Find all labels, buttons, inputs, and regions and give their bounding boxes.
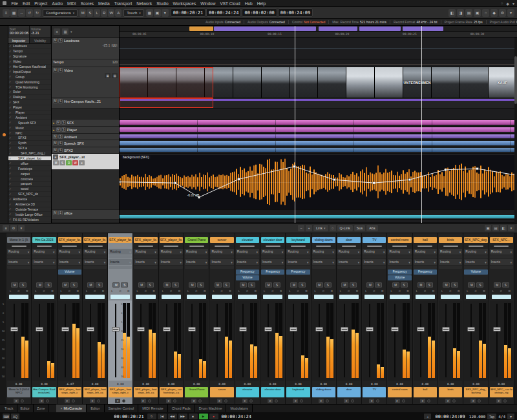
fader-area[interactable] [236, 300, 259, 381]
routing-slot[interactable] [414, 255, 437, 258]
lower-zone-icon[interactable]: ▤ [465, 9, 472, 17]
fader-handle[interactable] [417, 327, 425, 331]
channel-name-label[interactable]: elevator [236, 237, 259, 243]
mixer-channel-strip[interactable]: Mono In 1 (A Routing▾ Inserts▾ M S L C R… [6, 233, 32, 404]
record-button[interactable]: ● [209, 414, 218, 419]
solo-button[interactable]: S [19, 282, 26, 288]
inserts-section-header[interactable]: Inserts▾ [236, 259, 259, 265]
inserts-section-header[interactable]: Inserts▾ [210, 259, 233, 265]
solo-button[interactable]: S [96, 282, 103, 288]
mute-button[interactable]: M [240, 282, 247, 288]
routing-section-header[interactable]: Routing▾ [414, 249, 437, 255]
inspector-track-item[interactable]: ✓Tempo [8, 49, 51, 54]
pan-control[interactable]: L C R [463, 288, 488, 294]
fader-handle[interactable] [442, 327, 450, 331]
mute-button[interactable]: M [290, 282, 297, 288]
channel-edit-button[interactable]: e [39, 399, 44, 403]
cycle-marker[interactable] [359, 26, 401, 31]
routing-section-header[interactable]: Routing▾ [7, 249, 30, 255]
project-cursor[interactable] [295, 26, 295, 223]
inspector-track-item[interactable]: ✓Player [8, 110, 51, 116]
pan-control[interactable]: L C R [6, 288, 31, 294]
channel-pre-slot[interactable] [311, 244, 336, 248]
inspector-track-item[interactable]: ✓SFX_NPC_dog_l [8, 151, 51, 156]
channel-pre-slot[interactable] [235, 244, 260, 248]
abs-button[interactable]: Abs [366, 225, 377, 231]
automation-r-button[interactable]: R [101, 9, 107, 17]
solo-button[interactable]: S [299, 282, 306, 288]
solo-button[interactable]: S [58, 141, 63, 145]
channel-strip-module-label[interactable]: Frequency [388, 269, 411, 275]
channel-pre-slot[interactable] [58, 244, 82, 248]
tab-visibility[interactable]: Visibility [30, 37, 51, 43]
routing-slot[interactable] [109, 255, 132, 258]
mute-button[interactable]: M [53, 211, 58, 215]
mute-button[interactable]: M [164, 282, 171, 288]
mute-button[interactable]: M [56, 127, 61, 132]
tab-drum-machine[interactable]: Drum Machine [195, 404, 227, 412]
qlink-button[interactable]: Q-Link [337, 225, 353, 231]
channel-full-name-label[interactable]: server [210, 387, 233, 397]
solo-button[interactable]: S [61, 120, 66, 125]
track-header-ambient[interactable]: MSAmbient [52, 134, 119, 140]
vertical-scrollbar[interactable] [514, 37, 517, 223]
tab-inspector[interactable]: Inspector [8, 37, 30, 43]
solo-button[interactable]: S [70, 282, 78, 288]
channel-strip-module-label[interactable]: Volume [388, 275, 411, 280]
video-thumbnail[interactable] [375, 67, 403, 98]
panel-left-icon[interactable]: ◧ [500, 225, 507, 231]
track-header-office[interactable]: MSoffice [52, 210, 119, 220]
solo-button[interactable]: S [61, 127, 66, 132]
routing-slot[interactable] [312, 255, 335, 258]
mixer-channel-strip[interactable]: Grand Piano Routing▾ Inserts▾ M S L C R … [184, 233, 209, 404]
automation-a-button[interactable]: A [115, 9, 121, 17]
automation-m-button[interactable]: M [79, 9, 86, 17]
mute-button[interactable]: M [366, 282, 374, 288]
mixer-channel-strip[interactable]: TV Routing▾ Inserts▾ M S L C R 0.00 TV e [362, 233, 387, 404]
chevron-down-icon[interactable]: ▾ [70, 30, 72, 34]
routing-section-header[interactable]: Routing▾ [185, 249, 208, 255]
routing-section-header[interactable]: Routing▾ [363, 249, 386, 255]
automation-mode-dropdown[interactable]: Touch ▾ [123, 9, 144, 17]
inspector-track-item[interactable]: ✓parquet [8, 182, 51, 187]
status-circle-icon[interactable]: ○ [501, 1, 503, 6]
fader-area[interactable] [83, 300, 107, 381]
inspector-track-item[interactable]: ✓Hm-Campus Kaufinstal [8, 65, 51, 70]
chevron-down-icon[interactable]: ▾ [18, 225, 25, 231]
video-thumbnail[interactable] [262, 67, 290, 98]
channel-strip-module-label[interactable]: Volume [236, 275, 259, 280]
fader-handle[interactable] [87, 327, 94, 331]
channel-full-name-label[interactable]: sliding doors [312, 387, 335, 397]
fader-handle[interactable] [188, 327, 196, 331]
inspector-track-item[interactable]: ✓Quad Monitoring [8, 79, 51, 85]
plus-icon[interactable]: + [424, 414, 431, 419]
channel-full-name-label[interactable]: SFX_NPC_ car footsteps_rig [490, 387, 513, 397]
routing-section-header[interactable]: Routing▾ [58, 249, 81, 255]
mixer-channel-strip[interactable]: ball Routing▾ Inserts▾ Frequency M S L C… [413, 233, 438, 404]
fader-area[interactable] [363, 300, 386, 381]
channel-strip-module-label[interactable]: Frequency [261, 269, 284, 275]
menu-item-vst-cloud[interactable]: VST Cloud [218, 1, 242, 6]
cycle-marker[interactable] [403, 26, 443, 31]
inspector-track-item[interactable]: ✓office [8, 161, 51, 166]
channel-edit-button[interactable]: e [166, 399, 171, 403]
menu-item-hub[interactable]: Hub [242, 1, 255, 6]
channel-full-name-label[interactable]: SFX_player_ footsteps_left_ca [134, 387, 157, 397]
channel-strip-module-label[interactable]: Volume [464, 269, 487, 275]
routing-slot[interactable] [363, 255, 386, 258]
inserts-section-header[interactable]: Inserts▾ [464, 259, 487, 265]
cycle-button[interactable]: ↻ [147, 414, 156, 419]
pan-control[interactable]: L C R [184, 288, 209, 294]
routing-section-header[interactable]: Routing▾ [160, 249, 183, 255]
mute-button[interactable]: M [341, 282, 348, 288]
solo-button[interactable]: S [197, 282, 204, 288]
read-automation-button[interactable]: R [66, 160, 72, 165]
mute-button[interactable]: M [56, 120, 61, 125]
channel-pre-slot[interactable] [286, 244, 310, 248]
setup-icon[interactable]: ▣ [474, 9, 481, 17]
channel-edit-button[interactable]: e [141, 399, 146, 403]
mute-button[interactable]: M [53, 68, 58, 72]
solo-button[interactable]: S [375, 282, 382, 288]
zoom-in-icon[interactable]: + [306, 225, 312, 231]
left-zone-icon[interactable]: ◧ [448, 9, 456, 17]
